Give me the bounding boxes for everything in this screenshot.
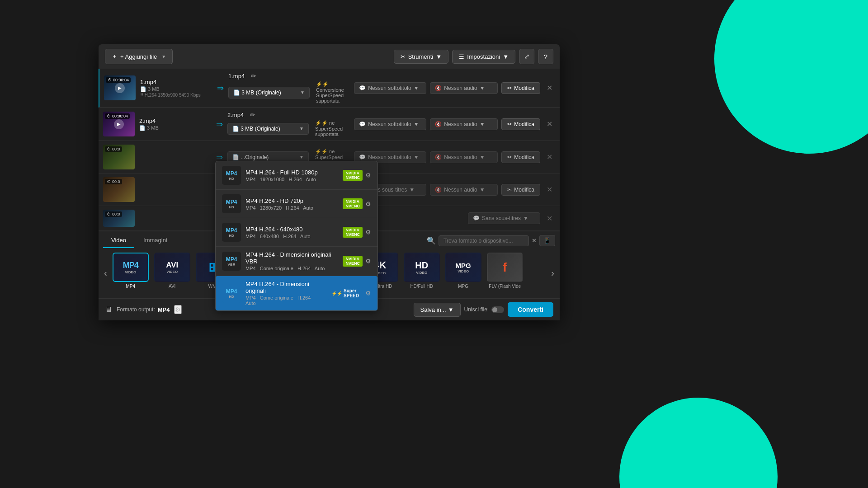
modifica-button[interactable]: ✂ Modifica [501, 118, 540, 130]
format-label-mpg: MPG [458, 284, 468, 289]
format-item-mpg[interactable]: MPG VIDEO MPG [443, 253, 483, 294]
format-icon-mp4: MP4 HD [222, 166, 241, 185]
device-browse-button[interactable]: 📱 [539, 235, 555, 246]
modifica-button[interactable]: ✂ Modifica [501, 184, 540, 196]
audio-select[interactable]: 🔇 Nessun audio ▼ [430, 118, 498, 130]
audio-chevron: ▼ [480, 154, 485, 160]
close-row-button[interactable]: ✕ [544, 213, 555, 224]
clock-icon: ⏱ [107, 147, 111, 151]
dropdown-item-info: MP4 H.264 - HD 720p MP4 1280x720 H.264 A… [245, 197, 338, 211]
dropdown-settings-icon[interactable]: ⚙ [365, 200, 371, 207]
superspeed-info: ⚡⚡ Conversione SuperSpeed supportata [316, 81, 354, 103]
help-button[interactable]: ? [538, 49, 553, 64]
decorative-circle-bottom [619, 398, 778, 488]
subtitle-select[interactable]: 💬 Nessun sottotitolo ▼ [354, 82, 426, 94]
add-file-button[interactable]: ＋ + Aggiungi file ▼ [105, 49, 173, 64]
add-file-chevron: ▼ [161, 54, 166, 59]
output-size-chevron: ▼ [299, 126, 304, 131]
nvidia-badge: NVIDIANVENC [343, 198, 363, 209]
subtitle-chevron: ▼ [414, 121, 419, 127]
salva-button[interactable]: Salva in... ▼ [414, 303, 461, 317]
audio-icon: 🔇 [435, 85, 442, 91]
app-window: ＋ + Aggiungi file ▼ ✂ Strumenti ▼ ☰ Impo… [99, 44, 560, 320]
close-row-button[interactable]: ✕ [544, 184, 555, 195]
dropdown-item-original[interactable]: MP4 HD MP4 H.264 - Dimensioni originali … [216, 276, 377, 310]
clock-icon: ⏱ [107, 114, 111, 118]
file-size: 📄 3 MB [139, 125, 212, 131]
file-thumbnail[interactable]: ⏱ 00:0 [103, 210, 135, 227]
tools-button[interactable]: ✂ Strumenti ▼ [394, 50, 449, 64]
file-right-controls: 💬 Nessun sottotitolo ▼ 🔇 Nessun audio ▼ … [354, 118, 555, 130]
output-size-select[interactable]: 📄 3 MB (Originale) ▼ [227, 123, 309, 135]
play-button[interactable]: ▶ [115, 83, 125, 93]
dropdown-item-fullhd[interactable]: MP4 HD MP4 H.264 - Full HD 1080p MP4 192… [216, 161, 377, 190]
output-settings-button[interactable]: ⚙ [174, 305, 182, 314]
settings-chevron: ▼ [503, 53, 509, 60]
table-row: ⏱ 00:00:04 ▶ 2.mp4 📄 3 MB ⇒ 2.mp4 ✏ 📄 3 … [99, 108, 560, 141]
tab-video[interactable]: Video [103, 233, 134, 248]
plus-icon: ＋ [112, 52, 118, 61]
share-button[interactable]: ⤢ [519, 49, 534, 64]
format-prev-button[interactable]: ‹ [100, 266, 111, 280]
subtitle-select[interactable]: 💬 Nessun sottotitolo ▼ [354, 118, 426, 130]
tab-immagini[interactable]: Immagini [135, 233, 175, 248]
format-icon-mp4-480: MP4 HD [222, 223, 241, 242]
search-clear-button[interactable]: ✕ [532, 237, 537, 244]
subtitle-chevron: ▼ [409, 187, 415, 193]
file-thumbnail[interactable]: ⏱ 00:0 [103, 145, 135, 169]
file-thumbnail[interactable]: ⏱ 00:00:04 ▶ [103, 112, 135, 136]
audio-select[interactable]: 🔇 Nessun audio ▼ [430, 82, 498, 94]
modifica-button[interactable]: ✂ Modifica [501, 151, 540, 163]
dropdown-settings-icon[interactable]: ⚙ [365, 258, 371, 265]
file-codec: ⠿ H.264 1350x900 5490 Kbps [140, 93, 212, 98]
close-row-button[interactable]: ✕ [544, 119, 555, 129]
file-thumbnail[interactable]: ⏱ 00:0 [103, 177, 135, 202]
output-size-select[interactable]: 📄 3 MB (Originale) ▼ [228, 87, 310, 99]
audio-chevron: ▼ [480, 85, 485, 91]
edit-output-name-icon[interactable]: ✏ [251, 72, 256, 80]
flv-icon-box: f [487, 253, 523, 282]
clock-icon: ⏱ [108, 78, 112, 82]
dropdown-item-480[interactable]: MP4 HD MP4 H.264 - 640x480 MP4 640x480 H… [216, 218, 377, 247]
play-button[interactable]: ▶ [114, 119, 124, 129]
file-duration: ⏱ 00:0 [105, 179, 122, 184]
settings-button[interactable]: ☰ Impostazioni ▼ [452, 50, 515, 64]
modifica-button[interactable]: ✂ Modifica [501, 82, 540, 94]
dropdown-settings-icon[interactable]: ⚙ [365, 290, 371, 297]
format-item-mp4[interactable]: MP4 VIDEO MP4 [111, 253, 151, 294]
table-row: ⏱ 00:00:04 ▶ 1.mp4 📄 3 MB ⠿ H.264 1350x9… [99, 69, 560, 108]
edit-icon: ✂ [507, 121, 512, 127]
format-next-button[interactable]: › [547, 266, 558, 280]
output-size-chevron: ▼ [299, 155, 304, 160]
subtitle-select[interactable]: 💬 Sans sous-titres ▼ [468, 212, 540, 224]
mpg-icon-box: MPG VIDEO [445, 253, 481, 282]
output-size-chevron: ▼ [300, 90, 305, 95]
close-row-button[interactable]: ✕ [544, 83, 555, 93]
mp4-icon-box: MP4 VIDEO [113, 253, 149, 282]
format-item-flv[interactable]: f FLV (Flash Vide [485, 253, 525, 294]
close-row-button[interactable]: ✕ [544, 152, 555, 162]
audio-select[interactable]: 🔇 Nessun audio ▼ [430, 184, 498, 196]
file-thumbnail[interactable]: ⏱ 00:00:04 ▶ [104, 75, 136, 100]
superspeed-badge: ⚡⚡ SuperSPEED [328, 287, 363, 300]
nvidia-badge: NVIDIANVENC [343, 227, 363, 238]
format-item-avi[interactable]: AVI VIDEO AVI [152, 253, 192, 294]
subtitle-chevron: ▼ [523, 215, 528, 221]
tools-icon: ✂ [401, 53, 406, 60]
output-icon: 🖥 [105, 305, 112, 314]
toolbar-right: ✂ Strumenti ▼ ☰ Impostazioni ▼ ⤢ ? [394, 49, 553, 64]
audio-select[interactable]: 🔇 Nessun audio ▼ [430, 151, 498, 163]
dropdown-item-hd720[interactable]: MP4 HD MP4 H.264 - HD 720p MP4 1280x720 … [216, 190, 377, 218]
converti-button[interactable]: Converti [508, 302, 553, 317]
file-duration: ⏱ 00:00:04 [106, 77, 131, 83]
hd-icon-box: HD VIDEO [404, 253, 440, 282]
format-item-hd[interactable]: HD VIDEO HD/Full HD [402, 253, 442, 294]
search-input[interactable] [439, 235, 529, 246]
dropdown-item-vbr[interactable]: MP4 VBR MP4 H.264 - Dimensioni originali… [216, 247, 377, 276]
unisci-toggle[interactable] [491, 306, 504, 313]
dropdown-settings-icon[interactable]: ⚙ [365, 172, 371, 179]
subtitle-icon: 💬 [473, 215, 480, 221]
dropdown-settings-icon[interactable]: ⚙ [365, 229, 371, 236]
edit-output-name-icon[interactable]: ✏ [250, 111, 255, 118]
file-name: 1.mp4 [140, 79, 212, 85]
